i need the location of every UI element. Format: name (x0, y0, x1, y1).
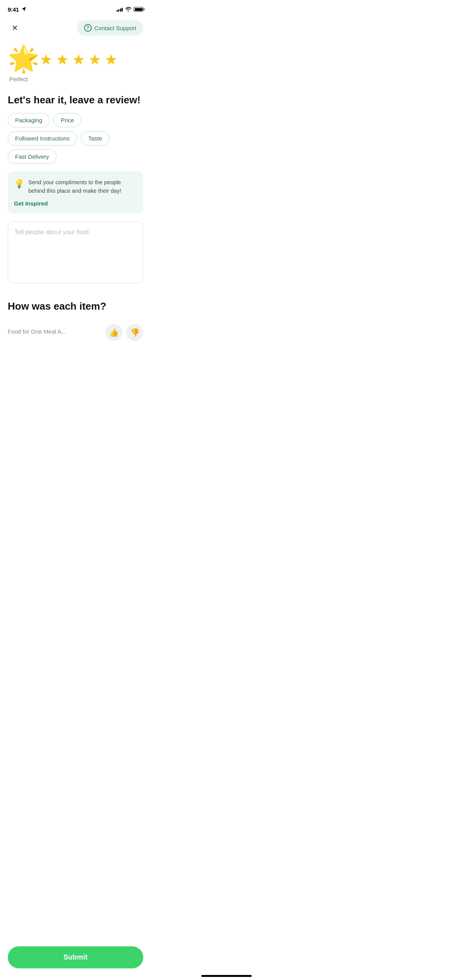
star-1[interactable]: ★ (39, 51, 53, 68)
item-row: Food for One Meal A... 👍 👎 (8, 320, 143, 345)
tag-packaging[interactable]: Packaging (8, 113, 50, 127)
location-arrow-icon (22, 7, 26, 12)
status-time: 9:41 (8, 6, 19, 13)
contact-support-button[interactable]: ? Contact Support (77, 20, 143, 36)
inspiration-header: 💡 Send your compliments to the people be… (14, 178, 137, 195)
items-title: How was each item? (8, 300, 143, 312)
status-bar: 9:41 (0, 0, 151, 17)
thumbs-down-button[interactable]: 👎 (126, 324, 143, 341)
battery-icon (134, 7, 143, 12)
hero-star[interactable]: 🌟 (8, 46, 36, 74)
star-4[interactable]: ★ (88, 51, 101, 68)
item-name: Food for One Meal A... (8, 328, 66, 337)
star-2[interactable]: ★ (56, 51, 69, 68)
tag-taste[interactable]: Taste (81, 131, 110, 146)
get-inspired-link[interactable]: Get Inspired (14, 200, 137, 207)
tag-price[interactable]: Price (53, 113, 81, 127)
signal-icon (117, 7, 123, 12)
close-icon: ✕ (12, 23, 18, 33)
inspiration-box: 💡 Send your compliments to the people be… (8, 171, 143, 214)
star-3[interactable]: ★ (72, 51, 85, 68)
close-button[interactable]: ✕ (8, 21, 22, 35)
stars-row[interactable]: ★ ★ ★ ★ ★ (39, 51, 118, 68)
contact-support-label: Contact Support (94, 25, 136, 31)
item-thumbs: 👍 👎 (105, 324, 143, 341)
tag-fast-delivery[interactable]: Fast Delivery (8, 149, 57, 164)
lightbulb-icon: 💡 (14, 179, 24, 189)
tags-container: Packaging Price Followed Instructions Ta… (8, 113, 143, 164)
header: ✕ ? Contact Support (0, 17, 151, 42)
stars-container: 🌟 ★ ★ ★ ★ ★ (8, 46, 143, 74)
rating-label: Perfect (8, 76, 143, 82)
review-textarea[interactable] (8, 221, 143, 283)
rating-section: 🌟 ★ ★ ★ ★ ★ Perfect (0, 42, 151, 90)
contact-support-icon: ? (84, 24, 92, 32)
review-section: Let's hear it, leave a review! Packaging… (0, 90, 151, 300)
wifi-icon (125, 7, 131, 12)
items-section: How was each item? Food for One Meal A..… (0, 300, 151, 391)
status-icons (117, 7, 144, 12)
inspiration-text: Send your compliments to the people behi… (28, 178, 137, 195)
thumbs-up-button[interactable]: 👍 (105, 324, 122, 341)
tag-followed-instructions[interactable]: Followed Instructions (8, 131, 77, 146)
review-title: Let's hear it, leave a review! (8, 94, 143, 106)
star-5[interactable]: ★ (105, 51, 118, 68)
